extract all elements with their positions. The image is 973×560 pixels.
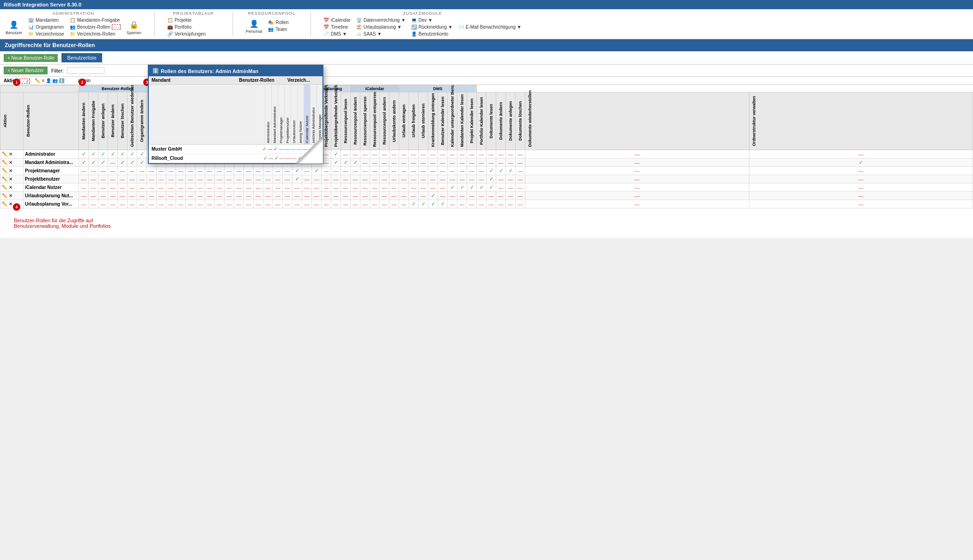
check-cell: — [389, 200, 399, 208]
delete-icon[interactable]: ✕ [41, 78, 45, 83]
check-cell: — [89, 175, 98, 183]
edit-btn[interactable]: ✏️ [2, 152, 7, 157]
group-icon-action[interactable]: 👥 [52, 78, 58, 83]
new-user-button[interactable]: + Neuer Benutzer [4, 67, 48, 74]
edit-icon[interactable]: ✏️ [35, 78, 40, 83]
del-btn[interactable]: ✕ [7, 185, 12, 190]
ribbon-item-rollen-res[interactable]: 🎭 Rollen [267, 19, 290, 25]
ribbon-item-verknuepfungen[interactable]: 🔗 Verknüpfungen [166, 31, 207, 37]
ribbon-item-benutzer[interactable]: 👤 Benutzer [4, 18, 24, 36]
link-icon: 🔗 [167, 31, 173, 37]
check-cell: — [370, 150, 380, 158]
check-cell: ✓ [331, 158, 341, 167]
check-cell: ✓ [292, 167, 302, 175]
ribbon-item-projekte[interactable]: 📋 Projekte [166, 17, 207, 23]
row-label-cell: Mandant Administra... [24, 158, 79, 167]
popup-cell-rillsoft-label: Rillsoft_Cloud [152, 155, 263, 161]
check-cell: — [302, 167, 312, 175]
ribbon-section-title-administration: ADMINISTRATION [4, 11, 143, 16]
ribbon-label-benutzer: Benutzer [6, 30, 22, 35]
ribbon-item-benutzerkonto[interactable]: 👤 Benutzerkonto [410, 31, 454, 37]
user-icon-action[interactable]: 👤 [46, 78, 51, 83]
dev-icon: 💻 [411, 18, 417, 23]
ribbon-item-datenvernichtung[interactable]: 🗑️ Datenvernichtung ▼ [355, 17, 407, 23]
check-cell: — [467, 192, 477, 200]
check-cell: — [525, 150, 749, 158]
edit-btn[interactable]: ✏️ [2, 193, 7, 198]
info-icon[interactable]: ℹ️ [59, 78, 64, 83]
ribbon-item-saas[interactable]: ☁️ SAAS ▼ [355, 31, 407, 37]
filter-input[interactable] [67, 67, 104, 74]
edit-btn[interactable]: ✏️ [2, 168, 7, 173]
check-cell: — [128, 167, 137, 175]
row-label-cell: Projektbenutzer [24, 175, 79, 183]
ribbon-item-organigramm[interactable]: 📊 Organigramm [27, 24, 66, 30]
popup-rillsoft-check-2: ✓ [274, 155, 279, 161]
ribbon-item-benutzer-rollen[interactable]: 👥 Benutzer-Rollen - - - [68, 24, 122, 30]
del-btn[interactable]: ✕ [7, 152, 12, 157]
popup-col-mandant-admin: Mandant Administrator [271, 85, 278, 144]
check-cell: — [525, 183, 749, 192]
check-cell: — [244, 183, 254, 192]
check-cell: — [341, 200, 351, 208]
edit-btn[interactable]: ✏️ [2, 177, 7, 182]
ribbon-item-mandanten[interactable]: 🏢 Mandanten [27, 17, 66, 23]
ribbon-item-email[interactable]: ✉️ E-Mail Benachrichtigung ▼ [457, 24, 523, 30]
popup-col-anung-nutzer: anung Nutzer [297, 85, 304, 144]
check-cell: — [186, 183, 195, 192]
ribbon-item-mandanten-freigabe[interactable]: 📋 Mandanten-Freigabe [68, 17, 122, 23]
ribbon-item-portfolio[interactable]: 💼 Portfolio [166, 24, 207, 30]
ribbon-item-rueckmeldung[interactable]: ↩️ Rückmeldung ▼ [410, 24, 454, 30]
tab-benutzerliste[interactable]: Benutzerliste [61, 53, 102, 62]
check-cell: — [486, 158, 496, 167]
ribbon-item-team[interactable]: 👥 Team [267, 26, 290, 32]
del-btn[interactable]: ✕ [7, 160, 12, 165]
team-label: Team [275, 27, 286, 32]
check-cell: — [186, 192, 195, 200]
check-cell: — [399, 175, 409, 183]
ribbon-item-dev[interactable]: 💻 Dev ▼ [410, 17, 454, 23]
ribbon-item-icalendar[interactable]: 📅 iCalendar [322, 17, 352, 23]
ribbon-item-verzeichnis-rollen[interactable]: 📁 Verzeichnis-Rollen [68, 31, 122, 37]
del-btn[interactable]: ✕ [7, 177, 12, 182]
check-cell: — [195, 167, 205, 175]
col-urlaub-eintragen: Urlaub eintragen [399, 92, 409, 150]
check-cell: — [234, 175, 244, 183]
check-cell: — [380, 175, 389, 183]
ribbon-item-urlaubsplanung[interactable]: 🏖️ Urlaubsplanung ▼ [355, 24, 407, 30]
check-cell: — [176, 167, 186, 175]
edit-btn[interactable]: ✏️ [2, 185, 7, 190]
check-cell: — [506, 150, 516, 158]
check-cell: — [195, 183, 205, 192]
check-cell: — [428, 175, 438, 183]
del-btn[interactable]: ✕ [7, 201, 12, 207]
check-cell: — [467, 200, 477, 208]
edit-btn[interactable]: ✏️ [2, 201, 7, 207]
del-btn[interactable]: ✕ [7, 168, 12, 173]
check-cell: — [496, 183, 506, 192]
check-cell: — [186, 167, 195, 175]
email-icon: ✉️ [458, 24, 464, 30]
check-cell: — [409, 175, 419, 183]
check-cell: — [380, 158, 389, 167]
check-cell: — [89, 192, 98, 200]
ribbon-item-sperren[interactable]: 🔒 Sperren [125, 18, 143, 36]
del-btn[interactable]: ✕ [7, 193, 12, 198]
edit-btn[interactable]: ✏️ [2, 160, 7, 165]
check-cell: — [448, 167, 457, 175]
ribbon-section-title-projektablauf: PROJEKTABLAUF [166, 11, 221, 16]
check-cell: — [176, 175, 186, 183]
check-cell: — [351, 183, 360, 192]
ribbon-item-verzeichnisse[interactable]: 📁 Verzeichnisse [27, 31, 66, 37]
popup-rillsoft-dash-3: — [286, 155, 291, 161]
check-cell: — [225, 200, 234, 208]
ribbon-item-dms[interactable]: 📄 DMS ▼ [322, 31, 352, 37]
ribbon-section-title-zusatzmodule: ZUSATZMODULE [322, 11, 523, 16]
new-role-button[interactable]: + Neue Benutzer-Rolle [4, 54, 58, 62]
ribbon-item-timeline[interactable]: 📅 Timeline [322, 24, 352, 30]
check-cell: — [98, 200, 108, 208]
table-row: ✏️ ✕Urlaubsplanung Nut...———————————————… [0, 192, 973, 200]
group-icon: 👥 [70, 24, 75, 30]
ribbon-item-personal[interactable]: 👤 Personal [244, 17, 264, 35]
check-cell: — [448, 158, 457, 167]
